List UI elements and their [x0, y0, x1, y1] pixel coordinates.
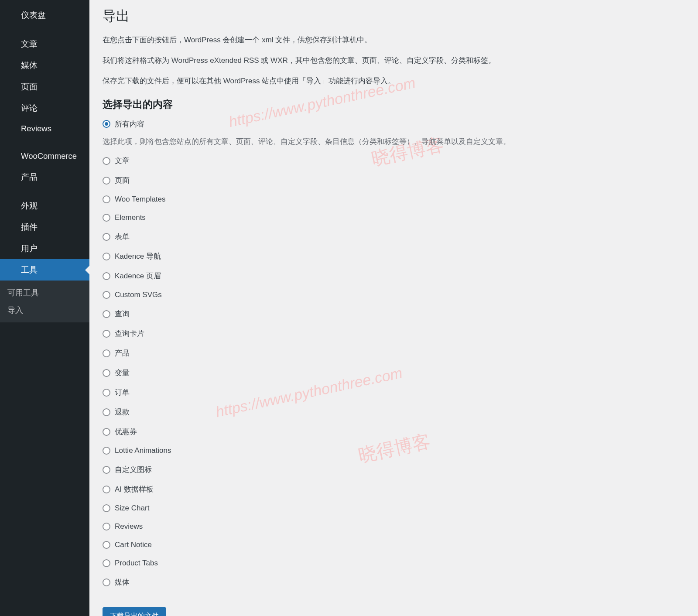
option-kadence-header-radio[interactable]: [103, 272, 110, 280]
option-elements-label[interactable]: Elements: [115, 213, 146, 222]
option-cart-notice: Cart Notice: [103, 541, 685, 549]
option-variations-radio[interactable]: [103, 369, 110, 377]
option-cart-notice-radio[interactable]: [103, 541, 110, 549]
option-woo-templates: Woo Templates: [103, 195, 685, 204]
option-query: 查询: [103, 309, 685, 319]
export-description-3: 保存完下载的文件后，便可以在其他 WordPress 站点中使用「导入」功能进行…: [103, 75, 685, 87]
option-woo-templates-label[interactable]: Woo Templates: [115, 195, 166, 204]
option-products: 产品: [103, 348, 685, 358]
option-cart-notice-label[interactable]: Cart Notice: [115, 541, 152, 549]
option-ai-data-label[interactable]: AI 数据样板: [115, 484, 154, 494]
option-forms-radio[interactable]: [103, 233, 110, 241]
option-size-chart-radio[interactable]: [103, 504, 110, 512]
option-lottie-radio[interactable]: [103, 447, 110, 455]
option-product-tabs-label[interactable]: Product Tabs: [115, 559, 158, 568]
option-posts: 文章: [103, 156, 685, 166]
sidebar-sub-available-tools[interactable]: 可用工具: [0, 284, 89, 301]
sidebar-item-label: 媒体: [21, 61, 38, 70]
option-pages: 页面: [103, 175, 685, 185]
option-products-radio[interactable]: [103, 349, 110, 357]
option-products-label[interactable]: 产品: [115, 348, 130, 358]
option-media-label[interactable]: 媒体: [115, 577, 130, 587]
option-reviews-radio[interactable]: [103, 523, 110, 530]
sidebar-sub-item-label: 导入: [7, 306, 23, 315]
sidebar-item-posts[interactable]: 文章: [0, 33, 89, 55]
sidebar-item-users[interactable]: 用户: [0, 238, 89, 259]
sidebar-item-products[interactable]: 产品: [0, 166, 89, 188]
sidebar-item-dashboard[interactable]: 仪表盘: [0, 4, 89, 26]
option-variations: 变量: [103, 368, 685, 378]
option-all-content-label[interactable]: 所有内容: [115, 119, 144, 129]
sidebar-item-label: 外观: [21, 201, 38, 210]
option-orders: 订单: [103, 387, 685, 397]
option-orders-radio[interactable]: [103, 389, 110, 397]
option-woo-templates-radio[interactable]: [103, 195, 110, 203]
sidebar-separator: [0, 26, 89, 33]
option-custom-icons-radio[interactable]: [103, 466, 110, 474]
sidebar-item-plugins[interactable]: 插件: [0, 216, 89, 238]
option-coupons-radio[interactable]: [103, 428, 110, 436]
sidebar: 仪表盘文章媒体页面评论ReviewsWooCommerce产品外观插件用户工具 …: [0, 0, 89, 616]
sidebar-submenu: 可用工具导入: [0, 281, 89, 322]
option-coupons: 优惠券: [103, 427, 685, 437]
option-product-tabs-radio[interactable]: [103, 559, 110, 567]
option-custom-svgs-label[interactable]: Custom SVGs: [115, 291, 162, 299]
option-kadence-header-label[interactable]: Kadence 页眉: [115, 271, 161, 281]
option-custom-icons-label[interactable]: 自定义图标: [115, 465, 152, 475]
sidebar-item-appearance[interactable]: 外观: [0, 195, 89, 216]
sidebar-item-label: 文章: [21, 39, 38, 48]
option-product-tabs: Product Tabs: [103, 559, 685, 568]
option-custom-svgs: Custom SVGs: [103, 291, 685, 299]
option-lottie-label[interactable]: Lottie Animations: [115, 446, 171, 455]
sidebar-item-label: Reviews: [21, 124, 51, 133]
option-elements: Elements: [103, 213, 685, 222]
option-refunds-label[interactable]: 退款: [115, 407, 130, 417]
option-pages-radio[interactable]: [103, 177, 110, 185]
export-description-1: 在您点击下面的按钮后，WordPress 会创建一个 xml 文件，供您保存到计…: [103, 34, 685, 46]
option-reviews: Reviews: [103, 522, 685, 531]
option-kadence-nav-label[interactable]: Kadence 导航: [115, 251, 161, 261]
download-export-button[interactable]: 下载导出的文件: [103, 607, 166, 616]
option-ai-data: AI 数据样板: [103, 484, 685, 494]
option-reviews-label[interactable]: Reviews: [115, 522, 143, 531]
option-custom-icons: 自定义图标: [103, 465, 685, 475]
sidebar-item-label: 产品: [21, 172, 38, 181]
option-elements-radio[interactable]: [103, 214, 110, 222]
option-kadence-nav: Kadence 导航: [103, 251, 685, 261]
option-size-chart-label[interactable]: Size Chart: [115, 504, 149, 513]
sidebar-item-pages[interactable]: 页面: [0, 76, 89, 97]
option-posts-label[interactable]: 文章: [115, 156, 130, 166]
option-orders-label[interactable]: 订单: [115, 387, 130, 397]
sidebar-sub-import[interactable]: 导入: [0, 301, 89, 319]
option-forms-label[interactable]: 表单: [115, 232, 130, 242]
option-forms: 表单: [103, 232, 685, 242]
option-media-radio[interactable]: [103, 578, 110, 586]
sidebar-item-reviews[interactable]: Reviews: [0, 119, 89, 139]
sidebar-item-woocommerce[interactable]: WooCommerce: [0, 146, 89, 166]
option-query-radio[interactable]: [103, 310, 110, 318]
option-coupons-label[interactable]: 优惠券: [115, 427, 137, 437]
option-custom-svgs-radio[interactable]: [103, 291, 110, 299]
option-pages-label[interactable]: 页面: [115, 175, 130, 185]
sidebar-item-label: 仪表盘: [21, 10, 46, 20]
option-kadence-nav-radio[interactable]: [103, 253, 110, 260]
sidebar-sub-item-label: 可用工具: [7, 288, 39, 297]
sidebar-item-comments[interactable]: 评论: [0, 97, 89, 119]
option-posts-radio[interactable]: [103, 157, 110, 165]
option-refunds-radio[interactable]: [103, 408, 110, 416]
option-query-card-radio[interactable]: [103, 330, 110, 338]
sidebar-item-label: 工具: [21, 265, 38, 274]
option-query-card-label[interactable]: 查询卡片: [115, 329, 144, 339]
option-query-label[interactable]: 查询: [115, 309, 130, 319]
sidebar-item-media[interactable]: 媒体: [0, 55, 89, 76]
option-all-content-radio[interactable]: [103, 120, 110, 128]
sidebar-separator: [0, 188, 89, 195]
option-media: 媒体: [103, 577, 685, 587]
export-description-2: 我们将这种格式称为 WordPress eXtended RSS 或 WXR，其…: [103, 55, 685, 66]
main-content: 导出 在您点击下面的按钮后，WordPress 会创建一个 xml 文件，供您保…: [89, 0, 698, 616]
option-kadence-header: Kadence 页眉: [103, 271, 685, 281]
sidebar-item-tools[interactable]: 工具: [0, 259, 89, 281]
sidebar-item-label: 页面: [21, 82, 38, 91]
option-variations-label[interactable]: 变量: [115, 368, 130, 378]
option-ai-data-radio[interactable]: [103, 486, 110, 493]
